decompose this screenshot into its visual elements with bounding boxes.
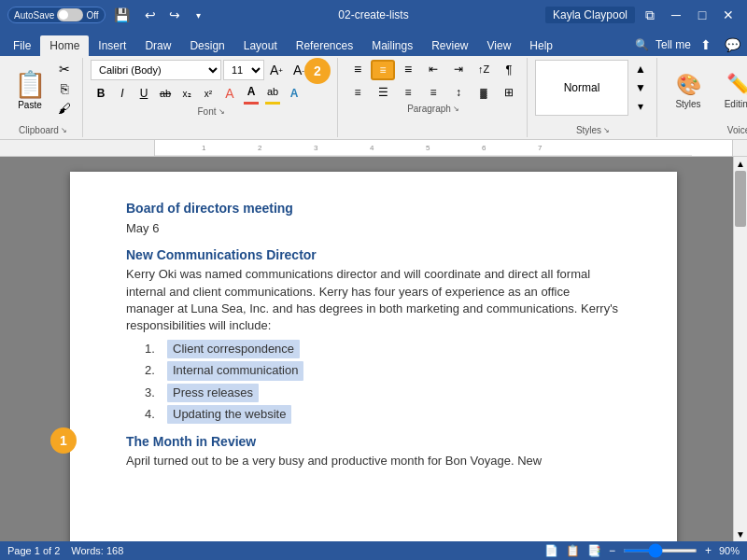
align-center-button[interactable]: ☰ xyxy=(371,83,395,102)
tab-layout[interactable]: Layout xyxy=(234,35,287,56)
view-read-button[interactable]: 📑 xyxy=(587,544,601,557)
tell-me-label[interactable]: Tell me xyxy=(655,38,691,51)
list-num-1: 1. xyxy=(145,341,160,357)
line-spacing-button[interactable]: ↕ xyxy=(446,83,471,102)
redo-button[interactable]: ↪ xyxy=(163,4,186,26)
italic-button[interactable]: I xyxy=(112,84,133,103)
list-item: 3. Press releases xyxy=(145,384,621,402)
director-section: New Communications Director Kerry Oki wa… xyxy=(126,246,621,424)
styles-expand[interactable]: ↘ xyxy=(603,126,610,134)
borders-button[interactable]: ⊞ xyxy=(497,83,521,102)
undo-redo-group: ↩ ↪ ▾ xyxy=(139,4,210,26)
tab-home[interactable]: Home xyxy=(40,35,89,56)
autosave-toggle[interactable] xyxy=(57,8,83,21)
zoom-in-button[interactable]: + xyxy=(705,544,712,557)
superscript-button[interactable]: x² xyxy=(198,84,218,103)
tab-mailings[interactable]: Mailings xyxy=(362,35,422,56)
format-painter-button[interactable]: 🖌 xyxy=(52,99,77,118)
paragraph-expand[interactable]: ↘ xyxy=(453,105,459,113)
zoom-level[interactable]: 90% xyxy=(719,545,740,556)
decrease-indent-button[interactable]: ⇤ xyxy=(421,60,445,78)
styles-normal-label: Normal xyxy=(564,81,600,94)
font-color-indicator xyxy=(244,102,259,105)
clear-format-button[interactable]: A xyxy=(219,84,240,103)
tab-file[interactable]: File xyxy=(4,35,40,56)
styles-scroll-down[interactable]: ▼ xyxy=(630,78,651,97)
clipboard-label: Clipboard xyxy=(19,125,59,135)
styles-gallery[interactable]: Normal xyxy=(535,60,628,116)
scroll-up-button[interactable]: ▲ xyxy=(734,157,747,171)
strikethrough-button[interactable]: ab xyxy=(155,84,176,103)
tab-insert[interactable]: Insert xyxy=(89,35,135,56)
autosave-button[interactable]: AutoSave Off xyxy=(7,7,106,23)
cut-button[interactable]: ✂ xyxy=(52,60,77,78)
main-content-area: 1 Board of directors meeting May 6 New C… xyxy=(0,157,747,541)
font-group: Calibri (Body) 11 A+ A- Aa B I U ab x₂ x… xyxy=(85,58,338,137)
word-count[interactable]: Words: 168 xyxy=(71,545,123,556)
zoom-out-button[interactable]: − xyxy=(609,544,615,557)
board-section: Board of directors meeting May 6 xyxy=(126,200,621,237)
svg-text:1: 1 xyxy=(202,144,206,152)
close-button[interactable]: ✕ xyxy=(717,4,740,26)
highlight-btn-container: ab xyxy=(262,82,283,105)
comments-button[interactable]: 💬 xyxy=(721,34,743,56)
align-left-button[interactable]: ≡ xyxy=(345,83,370,102)
list-text-3: Press releases xyxy=(167,384,259,402)
styles-more[interactable]: ▾ xyxy=(630,97,651,116)
status-bar: Page 1 of 2 Words: 168 📄 📋 📑 − + 90% xyxy=(0,541,747,560)
tab-review[interactable]: Review xyxy=(422,35,477,56)
styles-large-button[interactable]: 🎨 Styles xyxy=(665,60,712,121)
status-left: Page 1 of 2 Words: 168 xyxy=(7,545,123,556)
tab-design[interactable]: Design xyxy=(180,35,233,56)
save-button[interactable]: 💾 xyxy=(111,4,134,26)
ribbon-tabs: File Home Insert Draw Design Layout Refe… xyxy=(0,30,747,56)
paste-button[interactable]: 📋 Paste xyxy=(9,60,50,119)
title-bar: AutoSave Off 💾 ↩ ↪ ▾ 02-create-lists Kay… xyxy=(0,0,747,30)
sort-button[interactable]: ↑Z xyxy=(472,60,496,78)
copy-button[interactable]: ⎘ xyxy=(52,79,77,98)
multilevel-list-button[interactable]: ≡ xyxy=(396,60,420,78)
tab-draw[interactable]: Draw xyxy=(135,35,180,56)
tab-help[interactable]: Help xyxy=(520,35,562,56)
zoom-slider[interactable] xyxy=(623,549,698,553)
highlight-button[interactable]: ab xyxy=(262,82,283,101)
page-info[interactable]: Page 1 of 2 xyxy=(7,545,60,556)
tab-view[interactable]: View xyxy=(478,35,521,56)
scroll-thumb[interactable] xyxy=(735,171,746,227)
align-right-button[interactable]: ≡ xyxy=(396,83,420,102)
numbered-list-button[interactable]: ≡ xyxy=(371,60,395,80)
styles-scroll-up[interactable]: ▲ xyxy=(630,60,651,78)
font-family-select[interactable]: Calibri (Body) xyxy=(91,60,221,80)
username[interactable]: Kayla Claypool xyxy=(545,7,635,23)
underline-button[interactable]: U xyxy=(134,84,154,103)
font-size-select[interactable]: 11 xyxy=(223,60,264,80)
minimize-button[interactable]: ─ xyxy=(665,4,687,26)
text-effects-button[interactable]: A xyxy=(284,84,304,103)
font-color-button[interactable]: A xyxy=(241,82,261,101)
ribbon-display-button[interactable]: ⧉ xyxy=(639,4,661,26)
undo-button[interactable]: ↩ xyxy=(139,4,162,26)
justify-button[interactable]: ≡ xyxy=(421,83,445,102)
increase-font-button[interactable]: A+ xyxy=(266,61,287,79)
document-page[interactable]: Board of directors meeting May 6 New Com… xyxy=(70,172,677,541)
search-button[interactable]: 🔍 xyxy=(633,35,652,54)
share-button[interactable]: ⬆ xyxy=(695,34,717,56)
editing-button[interactable]: ✏️ Editing xyxy=(715,60,747,121)
scroll-track[interactable] xyxy=(734,171,747,527)
shading-button[interactable]: ▓ xyxy=(472,83,496,102)
quick-access-more[interactable]: ▾ xyxy=(188,4,210,26)
view-web-button[interactable]: 📋 xyxy=(566,544,580,557)
scroll-down-button[interactable]: ▼ xyxy=(734,527,747,541)
tab-references[interactable]: References xyxy=(287,35,362,56)
show-para-button[interactable]: ¶ xyxy=(497,60,521,78)
paragraph-group: ≡ ≡ ≡ ⇤ ⇥ ↑Z ¶ ≡ ☰ ≡ ≡ ↕ ▓ ⊞ Paragraph ↘ xyxy=(340,58,528,137)
clipboard-expand[interactable]: ↘ xyxy=(61,126,67,134)
bullets-button[interactable]: ≡ xyxy=(345,60,370,78)
view-print-button[interactable]: 📄 xyxy=(544,544,558,557)
list-item: 2. Internal communication xyxy=(145,361,621,380)
bold-button[interactable]: B xyxy=(91,84,111,103)
increase-indent-button[interactable]: ⇥ xyxy=(446,60,471,78)
subscript-button[interactable]: x₂ xyxy=(176,84,197,103)
maximize-button[interactable]: □ xyxy=(691,4,713,26)
font-expand[interactable]: ↘ xyxy=(218,107,225,116)
